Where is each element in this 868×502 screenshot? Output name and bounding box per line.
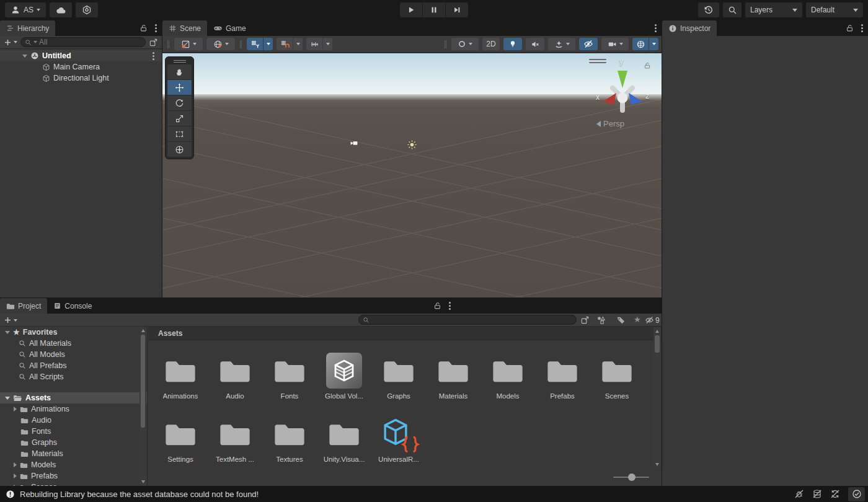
folder-row[interactable]: Audio [0, 415, 147, 426]
scene-lighting-button[interactable] [503, 38, 522, 50]
play-button[interactable] [400, 2, 422, 17]
x-axis-cone[interactable] [603, 93, 616, 105]
asset-item[interactable]: Materials [427, 351, 479, 414]
debugger-disabled-icon[interactable] [794, 489, 804, 499]
tab-scene[interactable]: Scene [162, 20, 207, 36]
asset-item[interactable]: Models [482, 351, 534, 414]
grid-axis-dropdown[interactable] [264, 38, 273, 50]
asset-item[interactable]: Audio [209, 351, 261, 414]
search-by-type-icon[interactable] [596, 315, 606, 325]
grid-axis-button[interactable] [247, 38, 263, 50]
projection-indicator[interactable]: Persp [596, 119, 624, 128]
panel-menu-icon[interactable] [449, 305, 451, 307]
asset-item[interactable]: TextMesh ... [209, 414, 261, 477]
expand-icon[interactable] [14, 473, 17, 478]
hierarchy-item[interactable]: Directional Light [0, 73, 162, 84]
auto-refresh-disabled-icon[interactable] [830, 489, 840, 499]
scrollbar-thumb[interactable] [655, 335, 660, 353]
account-button[interactable]: AS [5, 2, 46, 17]
folder-row[interactable]: Prefabs [0, 470, 147, 482]
favorites-item[interactable]: All Models [0, 349, 147, 360]
layout-dropdown[interactable]: Default [806, 2, 863, 17]
z-axis-cone[interactable] [629, 93, 642, 105]
global-search-button[interactable] [723, 2, 742, 17]
asset-item[interactable]: Textures [264, 414, 316, 477]
folder-row[interactable]: Materials [0, 448, 147, 459]
undo-history-button[interactable] [698, 2, 719, 17]
asset-item[interactable]: Settings [154, 414, 206, 477]
folder-row[interactable]: Graphs [0, 437, 147, 448]
hierarchy-search-input[interactable]: All [20, 37, 146, 47]
step-button[interactable] [446, 2, 468, 17]
scroll-down-icon[interactable] [141, 480, 145, 483]
grid-snapping-button[interactable] [277, 38, 293, 50]
hierarchy-item[interactable]: Main Camera [0, 61, 162, 73]
scroll-up-icon[interactable] [655, 330, 659, 333]
collapse-icon[interactable] [5, 397, 10, 400]
scale-tool-button[interactable] [167, 111, 192, 126]
hidden-items-toggle[interactable]: 9 [645, 315, 660, 325]
assets-root-row[interactable]: Assets [0, 392, 147, 403]
asset-item[interactable]: Unity.Visua... [318, 414, 370, 477]
tab-console[interactable]: Console [47, 298, 98, 314]
camera-settings-dropdown[interactable] [451, 38, 479, 50]
asset-item[interactable]: Global Vol... [318, 351, 370, 414]
snap-increment-button[interactable] [306, 38, 322, 50]
gizmos-dropdown[interactable] [649, 38, 658, 50]
lock-icon[interactable] [846, 24, 854, 32]
asset-item[interactable]: UniversalR... [373, 414, 425, 477]
open-search-window-icon[interactable] [149, 38, 158, 47]
toolbar-drag-handle[interactable] [240, 40, 242, 48]
folder-row[interactable]: Fonts [0, 426, 147, 437]
create-asset-button[interactable] [4, 316, 17, 324]
version-control-button[interactable] [76, 2, 98, 17]
asset-item[interactable]: Animations [154, 351, 206, 414]
collapse-icon[interactable] [5, 331, 10, 334]
cloud-services-button[interactable] [50, 2, 72, 17]
y-axis-cone[interactable] [618, 71, 627, 88]
folder-row[interactable]: Models [0, 459, 147, 470]
scene-viewport[interactable]: y x z Persp [162, 53, 662, 297]
cache-server-disabled-icon[interactable] [812, 489, 822, 499]
layers-dropdown[interactable]: Layers [745, 2, 802, 17]
favorites-item[interactable]: All Prefabs [0, 360, 147, 371]
scroll-down-icon[interactable] [655, 463, 659, 466]
effects-dropdown[interactable] [548, 38, 575, 50]
asset-item[interactable]: Graphs [373, 351, 425, 414]
tab-hierarchy[interactable]: Hierarchy [0, 20, 55, 36]
status-message[interactable]: Rebuilding Library because the asset dat… [20, 490, 259, 499]
expand-icon[interactable] [14, 462, 17, 467]
expand-icon[interactable] [14, 407, 17, 412]
scene-context-dropdown[interactable] [206, 38, 235, 50]
transform-tool-button[interactable] [167, 142, 192, 157]
toolbar-drag-handle[interactable] [167, 40, 169, 48]
sidebar-scrollbar[interactable] [140, 327, 146, 486]
lock-icon[interactable] [140, 24, 148, 32]
scene-visibility-button[interactable] [579, 38, 598, 50]
slider-thumb[interactable] [628, 473, 636, 481]
panel-menu-icon[interactable] [155, 27, 157, 29]
search-by-label-icon[interactable] [616, 315, 626, 325]
audio-mute-button[interactable] [526, 38, 544, 50]
snap-increment-dropdown[interactable] [323, 38, 332, 50]
orientation-gizmo[interactable] [590, 57, 662, 121]
move-tool-button[interactable] [167, 80, 192, 95]
overlay-drag-handle[interactable] [167, 58, 192, 64]
scene-menu-icon[interactable] [153, 55, 154, 57]
grid-scrollbar[interactable] [653, 327, 661, 469]
favorites-item[interactable]: All Materials [0, 338, 147, 349]
camera-overlay-dropdown[interactable] [601, 38, 629, 50]
asset-item[interactable]: Scenes [591, 351, 643, 414]
favorites-header-row[interactable]: ★ Favorites [0, 327, 147, 338]
scrollbar-thumb[interactable] [141, 335, 145, 428]
panel-menu-icon[interactable] [655, 27, 657, 29]
open-search-window-icon[interactable] [580, 315, 590, 325]
tab-game[interactable]: Game [207, 20, 252, 36]
toolbar-drag-handle[interactable] [445, 40, 446, 48]
favorites-star-icon[interactable]: ★ [634, 315, 641, 324]
hierarchy-scene-row[interactable]: Untitled [0, 50, 162, 61]
project-search-input[interactable] [358, 315, 577, 325]
pause-button[interactable] [423, 2, 445, 17]
folder-row[interactable]: Scenes [0, 482, 147, 486]
collapse-icon[interactable] [22, 55, 27, 58]
